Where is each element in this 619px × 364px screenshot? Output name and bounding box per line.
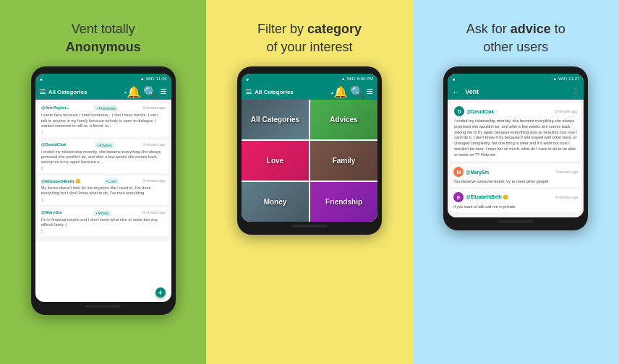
vent-header: ← Vent ⋮ (448, 84, 584, 100)
panel-filter: Filter by categoryof your interest ● ▲ W… (206, 0, 412, 364)
category-family[interactable]: Family (310, 141, 377, 181)
search-icon-1[interactable]: 🔍 (143, 85, 158, 99)
phone-3-screen: ● ▲ WiFi 11:27 ← Vent ⋮ D @David (448, 74, 584, 217)
bell-icon-1[interactable]: 🔔 (127, 85, 141, 99)
feed-list-1: @AnnTaylor... • Friendship 3 minutes ago… (35, 100, 171, 240)
header-icons-2: 🔔 🔍 ≡ (333, 85, 373, 99)
category-dropdown-2[interactable]: All Categories (255, 89, 328, 95)
panel-advice-title: Ask for advice toother users (466, 20, 565, 56)
back-button[interactable]: ← (452, 88, 459, 96)
vent-body: D @DavidClak 3 minutes ago I ended my re… (448, 100, 584, 217)
category-advices[interactable]: Advices (310, 100, 377, 139)
feed-item-4[interactable]: @MarySm • Money 8 minutes ago I'm in fin… (38, 207, 168, 236)
phone-2: ● ▲ WiFi 8:00 PM All Categories ▴ 🔔 🔍 ≡ (237, 66, 382, 235)
phone-1-screen: ● ▲ WiFi 11:25 All Categories ▾ 🔔 🔍 ≡ (35, 74, 171, 302)
hamburger-icon-2[interactable] (246, 90, 252, 94)
header-icons-1: 🔔 🔍 ≡ (127, 85, 166, 99)
filter-icon-1[interactable]: ≡ (160, 85, 166, 98)
reply-1: M @MarySm 3 minutes ago You deserve some… (451, 164, 581, 187)
home-indicator-2 (291, 225, 328, 228)
status-bar-3: ● ▲ WiFi 11:27 (448, 74, 584, 84)
app-header-2: All Categories ▴ 🔔 🔍 ≡ (242, 84, 377, 100)
panel-anonymous: Vent totally Anonymous ● ▲ WiFi 11:25 Al… (0, 0, 206, 364)
app-header-1: All Categories ▾ 🔔 🔍 ≡ (35, 84, 171, 100)
panel-advice: Ask for advice toother users ● ▲ WiFi 11… (413, 0, 619, 364)
category-friendship[interactable]: Friendship (310, 182, 377, 222)
more-icon[interactable]: ⋮ (573, 88, 579, 95)
status-icons-1: ▲ WiFi 11:25 (140, 77, 167, 81)
avatar-mary: M (453, 167, 464, 177)
feed-item-2[interactable]: @DavidClak • Advices 3 minutes ago I end… (38, 139, 168, 173)
search-icon-2[interactable]: 🔍 (350, 85, 364, 99)
phone-3: ● ▲ WiFi 11:27 ← Vent ⋮ D @David (443, 66, 588, 230)
vent-main-post: D @DavidClak 3 minutes ago I ended my re… (451, 103, 581, 161)
avatar-elizabeth: E (453, 192, 464, 202)
category-dropdown-1[interactable]: All Categories (48, 89, 121, 95)
category-money[interactable]: Money (242, 182, 309, 222)
phone-1: ● ▲ WiFi 11:25 All Categories ▾ 🔔 🔍 ≡ (31, 66, 176, 315)
phone-2-screen: ● ▲ WiFi 8:00 PM All Categories ▴ 🔔 🔍 ≡ (242, 74, 377, 222)
vent-title: Vent (465, 88, 570, 95)
category-love[interactable]: Love (242, 141, 309, 181)
category-grid: All Categories Advices Love Family Money… (242, 100, 377, 222)
status-bar-1: ● ▲ WiFi 11:25 (35, 74, 171, 84)
hamburger-icon-1[interactable] (40, 90, 46, 94)
reply-2: E @ElizabethBeth 😊 4 minutes ago if you … (451, 189, 581, 212)
feed-item-1[interactable]: @AnnTaylor... • Friendship 3 minutes ago… (38, 103, 168, 136)
filter-icon-2[interactable]: ≡ (367, 85, 373, 98)
avatar-david: D (454, 106, 464, 116)
feed-item-3[interactable]: @ElizabethBeth 😊 • Love 3 minutes ago My… (38, 176, 168, 204)
panel-filter-title: Filter by categoryof your interest (257, 20, 362, 56)
home-indicator-1 (85, 305, 121, 308)
status-bar-2: ● ▲ WiFi 8:00 PM (242, 74, 377, 84)
status-carrier-1: ● (40, 77, 43, 82)
panel-anonymous-title: Vent totally Anonymous (66, 20, 141, 56)
bell-icon-2[interactable]: 🔔 (333, 85, 348, 99)
feed-screen-1: @AnnTaylor... • Friendship 3 minutes ago… (35, 100, 171, 302)
category-all[interactable]: All Categories (242, 100, 309, 139)
fab-button-1[interactable]: + (155, 287, 166, 298)
home-indicator-3 (498, 220, 534, 223)
